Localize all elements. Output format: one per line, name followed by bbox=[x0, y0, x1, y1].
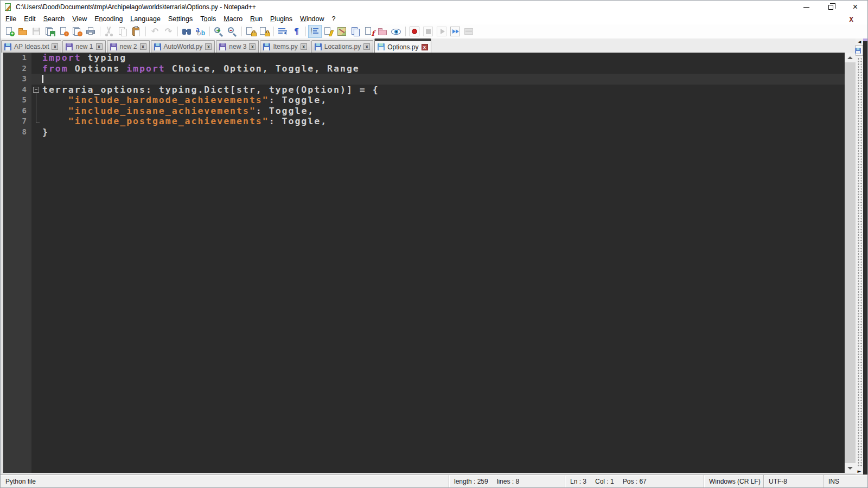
menu-help[interactable]: ? bbox=[328, 14, 340, 24]
tab-new-3[interactable]: new 3x bbox=[216, 40, 259, 53]
indent-guide-icon[interactable] bbox=[309, 25, 321, 37]
zoom-out-icon[interactable]: - bbox=[226, 25, 239, 37]
fold-margin bbox=[31, 95, 41, 106]
close-tab-icon[interactable]: x bbox=[52, 43, 58, 50]
scroll-up-button[interactable] bbox=[845, 53, 856, 62]
menu-plugins[interactable]: Plugins bbox=[266, 14, 296, 24]
paste-icon[interactable] bbox=[130, 25, 143, 37]
line-number: 6 bbox=[3, 106, 31, 117]
tab-scroll-left-icon[interactable]: ◄ bbox=[858, 38, 861, 45]
editor-empty-area[interactable] bbox=[3, 137, 845, 473]
save-icon[interactable] bbox=[30, 25, 43, 37]
status-length: length : 259 bbox=[454, 478, 488, 485]
save-all-icon[interactable] bbox=[44, 25, 56, 37]
tab-ap-ideas-txt[interactable]: AP Ideas.txtx bbox=[1, 40, 61, 53]
zoom-in-icon[interactable]: + bbox=[213, 25, 225, 37]
tab-autoworld-py[interactable]: AutoWorld.pyx bbox=[151, 40, 215, 53]
cut-icon[interactable] bbox=[103, 25, 116, 37]
code-area[interactable]: 1import typing2from Options import Choic… bbox=[3, 53, 845, 473]
folder-as-workspace-icon[interactable] bbox=[376, 25, 389, 37]
menu-macro[interactable]: Macro bbox=[220, 14, 246, 24]
word-wrap-icon[interactable] bbox=[277, 25, 289, 37]
close-tab-icon[interactable]: x bbox=[249, 43, 256, 50]
close-tab-icon[interactable]: x bbox=[140, 43, 146, 50]
document-close-icon[interactable]: X bbox=[849, 15, 853, 23]
document-map-icon[interactable] bbox=[336, 25, 348, 37]
fold-margin bbox=[31, 53, 41, 63]
menu-tools[interactable]: Tools bbox=[196, 14, 220, 24]
print-icon[interactable] bbox=[85, 25, 97, 37]
fold-collapse-icon[interactable] bbox=[33, 87, 39, 93]
document-list-icon[interactable] bbox=[349, 25, 362, 37]
tab-new-2[interactable]: new 2x bbox=[107, 40, 150, 53]
macro-play-icon[interactable] bbox=[436, 25, 448, 37]
arrow-up-icon bbox=[847, 56, 853, 59]
sync-horizontal-icon[interactable] bbox=[258, 25, 271, 37]
find-icon[interactable] bbox=[181, 25, 193, 37]
sync-vertical-icon[interactable] bbox=[245, 25, 257, 37]
menu-view[interactable]: View bbox=[68, 14, 91, 24]
close-tab-icon[interactable]: x bbox=[363, 43, 370, 50]
close-button[interactable]: × bbox=[843, 1, 867, 14]
function-list-icon[interactable]: f bbox=[363, 25, 375, 37]
copy-icon[interactable] bbox=[117, 25, 129, 37]
tab-locations-py[interactable]: Locations.pyx bbox=[311, 40, 373, 53]
open-folder-icon[interactable] bbox=[17, 25, 29, 37]
scroll-down-button[interactable] bbox=[845, 463, 856, 473]
show-all-characters-icon[interactable]: ¶ bbox=[290, 25, 303, 37]
monitoring-icon[interactable] bbox=[390, 25, 403, 37]
macro-stop-icon[interactable] bbox=[422, 25, 435, 37]
redo-icon[interactable]: ↷ bbox=[162, 25, 175, 37]
macro-record-icon[interactable] bbox=[409, 25, 421, 37]
docked-panel-body bbox=[863, 41, 867, 474]
close-tab-icon[interactable]: x bbox=[205, 43, 212, 50]
panel-splitter[interactable]: ◄ ► bbox=[856, 38, 863, 474]
panel-collapse-right-icon[interactable]: ► bbox=[858, 468, 861, 474]
scrollbar-thumb[interactable] bbox=[845, 62, 856, 463]
tab-label: new 2 bbox=[120, 43, 137, 50]
toolbar-separator bbox=[145, 27, 146, 36]
menu-file[interactable]: File bbox=[2, 14, 20, 24]
tab-items-py[interactable]: Items.pyx bbox=[260, 40, 310, 53]
menu-window[interactable]: Window bbox=[296, 14, 328, 24]
restore-icon bbox=[828, 5, 833, 10]
code-text bbox=[41, 137, 845, 473]
close-all-icon[interactable]: - bbox=[71, 25, 84, 37]
line-number: 5 bbox=[3, 95, 31, 106]
toolbar-separator bbox=[273, 27, 274, 36]
fold-guide bbox=[36, 95, 36, 106]
menu-language[interactable]: Language bbox=[126, 14, 164, 24]
macro-save-icon[interactable] bbox=[463, 25, 475, 37]
fold-guide bbox=[36, 106, 36, 117]
tab-options-py[interactable]: Options.pyx bbox=[374, 38, 431, 53]
menu-encoding[interactable]: Encoding bbox=[91, 14, 126, 24]
toolbar-separator bbox=[100, 27, 100, 36]
tab-new-1[interactable]: new 1x bbox=[62, 40, 105, 53]
minimize-button[interactable] bbox=[794, 1, 819, 14]
splitter-grip[interactable] bbox=[857, 57, 862, 467]
new-file-icon[interactable]: + bbox=[3, 25, 16, 37]
menu-settings[interactable]: Settings bbox=[164, 14, 196, 24]
fold-margin[interactable] bbox=[31, 85, 41, 95]
fold-margin bbox=[31, 63, 41, 74]
docked-panel-tab[interactable] bbox=[856, 45, 863, 56]
vertical-scrollbar[interactable] bbox=[845, 53, 856, 473]
restore-button[interactable] bbox=[819, 1, 843, 14]
macro-run-multiple-icon[interactable] bbox=[449, 25, 462, 37]
close-file-icon[interactable]: - bbox=[58, 25, 70, 37]
close-tab-icon[interactable]: x bbox=[301, 43, 307, 50]
close-tab-icon[interactable]: x bbox=[422, 44, 428, 50]
toolbar-separator bbox=[241, 27, 242, 36]
menu-run[interactable]: Run bbox=[246, 14, 266, 24]
close-tab-icon[interactable]: x bbox=[96, 43, 103, 50]
replace-icon[interactable]: ab↻ bbox=[194, 25, 207, 37]
line-number: 1 bbox=[3, 53, 31, 63]
menu-search[interactable]: Search bbox=[40, 14, 69, 24]
menu-edit[interactable]: Edit bbox=[20, 14, 40, 24]
gutter bbox=[3, 137, 31, 473]
status-typing-mode[interactable]: INS bbox=[828, 478, 839, 485]
toolbar-separator bbox=[209, 27, 210, 36]
user-defined-language-icon[interactable] bbox=[322, 25, 335, 37]
undo-icon[interactable]: ↶ bbox=[149, 25, 161, 37]
code-line: 7 "include_postgame_achievements": Toggl… bbox=[3, 116, 845, 127]
